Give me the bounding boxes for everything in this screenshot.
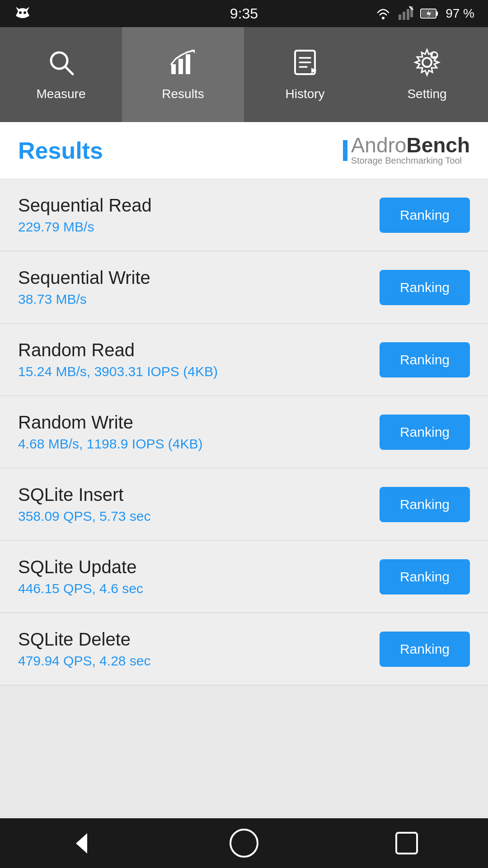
signal-block-icon [398, 5, 414, 22]
brand-name: AndroBench [351, 135, 470, 156]
measure-icon [47, 48, 75, 80]
status-bar: 9:35 97 % [0, 0, 488, 27]
tab-history[interactable]: History [244, 27, 366, 122]
brand-logo: AndroBench Storage Benchmarking Tool [343, 135, 470, 166]
result-item: Random Write 4.68 MB/s, 1198.9 IOPS (4KB… [0, 396, 488, 468]
svg-point-26 [230, 830, 258, 857]
results-icon [169, 48, 197, 80]
result-name: Sequential Read [18, 195, 152, 216]
result-name: Random Write [18, 412, 203, 433]
navigation-bar [0, 818, 488, 868]
result-name: SQLite Update [18, 557, 143, 577]
results-list: Sequential Read 229.79 MB/s Ranking Sequ… [0, 179, 488, 818]
result-value: 479.94 QPS, 4.28 sec [18, 653, 151, 669]
svg-rect-15 [178, 59, 183, 74]
results-header: Results AndroBench Storage Benchmarking … [0, 122, 488, 179]
tab-measure[interactable]: Measure [0, 27, 122, 122]
result-name: Sequential Write [18, 268, 150, 288]
brand-light: Andro [351, 133, 407, 157]
result-value: 446.15 QPS, 4.6 sec [18, 581, 143, 596]
svg-rect-5 [407, 9, 409, 20]
status-time: 9:35 [230, 5, 258, 22]
ranking-button[interactable]: Ranking [380, 342, 470, 377]
ranking-button[interactable]: Ranking [380, 198, 470, 233]
svg-rect-7 [410, 6, 413, 17]
svg-point-1 [23, 11, 26, 14]
result-info: Random Read 15.24 MB/s, 3903.31 IOPS (4K… [18, 340, 218, 379]
history-icon [291, 48, 319, 80]
page-title: Results [18, 137, 103, 164]
result-value: 358.09 QPS, 5.73 sec [18, 509, 151, 524]
status-right: 97 % [375, 5, 474, 22]
result-name: Random Read [18, 340, 218, 360]
brand-subtitle: Storage Benchmarking Tool [351, 156, 470, 166]
ranking-button[interactable]: Ranking [380, 415, 470, 450]
status-left [14, 5, 32, 23]
result-value: 38.73 MB/s [18, 292, 150, 307]
result-item: SQLite Delete 479.94 QPS, 4.28 sec Ranki… [0, 613, 488, 685]
tab-results-label: Results [162, 87, 204, 101]
svg-rect-27 [396, 833, 417, 854]
result-info: Sequential Read 229.79 MB/s [18, 195, 152, 235]
result-info: SQLite Update 446.15 QPS, 4.6 sec [18, 557, 143, 596]
tab-bar: Measure Results History [0, 27, 488, 122]
result-item: Sequential Write 38.73 MB/s Ranking [0, 251, 488, 324]
svg-rect-9 [436, 11, 438, 16]
result-info: SQLite Delete 479.94 QPS, 4.28 sec [18, 629, 151, 669]
result-info: SQLite Insert 358.09 QPS, 5.73 sec [18, 485, 151, 524]
svg-marker-25 [76, 833, 87, 854]
result-item: SQLite Insert 358.09 QPS, 5.73 sec Ranki… [0, 468, 488, 541]
result-value: 15.24 MB/s, 3903.31 IOPS (4KB) [18, 364, 218, 379]
wifi-icon [375, 5, 391, 22]
tab-measure-label: Measure [37, 87, 86, 101]
result-item: Random Read 15.24 MB/s, 3903.31 IOPS (4K… [0, 324, 488, 396]
tab-setting-label: Setting [407, 87, 446, 101]
brand-bold: Bench [406, 133, 470, 157]
result-info: Random Write 4.68 MB/s, 1198.9 IOPS (4KB… [18, 412, 203, 452]
ranking-button[interactable]: Ranking [380, 632, 470, 667]
result-name: SQLite Insert [18, 485, 151, 505]
result-item: SQLite Update 446.15 QPS, 4.6 sec Rankin… [0, 541, 488, 613]
svg-point-23 [422, 58, 432, 67]
battery-charging-icon [420, 5, 439, 22]
ranking-button[interactable]: Ranking [380, 270, 470, 305]
ranking-button[interactable]: Ranking [380, 487, 470, 522]
app-icon [14, 5, 32, 23]
tab-results[interactable]: Results [122, 27, 244, 122]
nav-home-button[interactable] [226, 825, 262, 861]
result-value: 4.68 MB/s, 1198.9 IOPS (4KB) [18, 436, 203, 452]
battery-percent: 97 % [446, 6, 474, 21]
setting-icon [413, 48, 441, 80]
svg-line-13 [65, 66, 73, 74]
ranking-button[interactable]: Ranking [380, 559, 470, 594]
result-name: SQLite Delete [18, 629, 151, 650]
svg-point-0 [19, 11, 22, 14]
nav-back-button[interactable] [63, 825, 99, 861]
brand-accent-bar [343, 140, 347, 161]
svg-rect-14 [171, 64, 176, 74]
svg-rect-3 [399, 14, 401, 20]
tab-setting[interactable]: Setting [366, 27, 488, 122]
svg-rect-16 [186, 54, 190, 74]
svg-rect-4 [403, 12, 405, 20]
result-value: 229.79 MB/s [18, 219, 152, 235]
tab-history-label: History [285, 87, 324, 101]
nav-recents-button[interactable] [389, 825, 425, 861]
svg-point-2 [382, 17, 385, 19]
result-info: Sequential Write 38.73 MB/s [18, 268, 150, 307]
result-item: Sequential Read 229.79 MB/s Ranking [0, 179, 488, 251]
brand-text: AndroBench Storage Benchmarking Tool [351, 135, 470, 166]
